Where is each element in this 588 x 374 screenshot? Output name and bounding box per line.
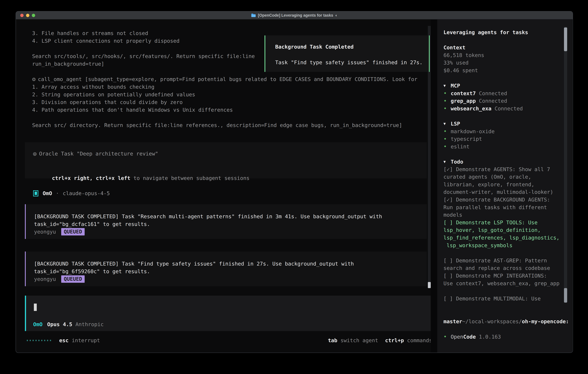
mcp-name: websearch_exa xyxy=(451,105,492,112)
agent-model: claude-opus-4-5 xyxy=(63,190,110,196)
bullet-icon: • xyxy=(443,333,451,340)
tab-key-hint: tab xyxy=(328,337,337,343)
terminal-line: 1. Array access without bounds checking xyxy=(32,83,417,91)
todo-line-active: lsp_hover, lsp_goto_definition, xyxy=(443,226,572,234)
context-used: 33% used xyxy=(443,59,572,67)
status-bar: esc interrupt tab switch agent ctrl+p co… xyxy=(27,337,432,344)
workspace-path: ~/local-workspaces/oh-my-opencode: xyxy=(443,310,572,318)
ctrlp-key-label: commands xyxy=(407,337,432,343)
window-title-group: [OpenCode] Leveraging agents for tasks ◐ xyxy=(251,13,338,18)
mcp-heading: MCP xyxy=(451,83,460,89)
lsp-section-header[interactable]: ▼ LSP xyxy=(443,120,572,128)
task-line: task_id="bg_6f59260c" to get results. xyxy=(34,268,354,275)
lsp-item: • eslint xyxy=(443,143,572,150)
status-badge: QUEUED xyxy=(61,275,85,283)
terminal-window: [OpenCode] Leveraging agents for tasks ◐… xyxy=(16,11,573,353)
esc-key-hint: esc xyxy=(59,337,69,343)
context-heading: Context xyxy=(443,44,572,52)
zoom-button[interactable] xyxy=(32,14,35,17)
todo-line-active: [ ] Demonstrate LSP TOOLS: Use xyxy=(443,219,572,227)
ctrlp-key-hint: ctrl+p xyxy=(385,337,404,343)
app-version-number: 1.0.163 xyxy=(479,334,501,340)
folder-icon xyxy=(251,13,256,17)
task-user: yeongyu xyxy=(34,275,56,283)
app-name-bold: Code xyxy=(463,334,476,340)
status-badge: QUEUED xyxy=(61,228,85,235)
notification-body: Task "Find type safety issues" finished … xyxy=(275,59,423,66)
mcp-status: Connected xyxy=(479,98,507,104)
agent-header: OmO · claude-opus-4-5 xyxy=(33,189,110,197)
mcp-name: context7 xyxy=(451,90,476,96)
main-scrollbar-thumb[interactable] xyxy=(428,282,431,288)
lsp-name: eslint xyxy=(451,144,470,150)
close-button[interactable] xyxy=(20,14,24,17)
input-provider-name: Anthropic xyxy=(75,321,104,327)
bullet-icon: • xyxy=(443,105,451,112)
bullet-icon: • xyxy=(443,143,451,150)
prompt-input[interactable]: OmO Opus 4.5 Anthropic xyxy=(25,296,433,331)
text-cursor xyxy=(34,303,37,311)
oracle-hint-keys: ctrl+x right, ctrl+x left xyxy=(52,175,130,181)
oracle-task-box: ◎ Oracle Task "Deep architecture review"… xyxy=(25,142,427,178)
todo-line: Run parallel tasks with different xyxy=(443,204,572,211)
separator-dot: · xyxy=(56,190,59,196)
context-spent: $0.46 spent xyxy=(443,67,572,74)
mcp-name: grep_app xyxy=(451,98,476,104)
pane-divider xyxy=(431,20,437,353)
terminal-line: 2. String operations on potentially unde… xyxy=(32,91,417,98)
chevron-down-icon: ▼ xyxy=(443,122,451,126)
todo-scrollbar-thumb[interactable] xyxy=(564,288,567,302)
lsp-heading: LSP xyxy=(451,121,460,127)
mcp-item: • grep_app Connected xyxy=(443,97,572,105)
lsp-item: • markdown-oxide xyxy=(443,128,572,135)
oracle-hint-text: to navigate between subagent sessions xyxy=(130,175,250,181)
tab-key-label: switch agent xyxy=(340,337,378,343)
app-name-prefix: Open xyxy=(451,334,463,340)
tool-call-text: call_omo_agent [subagent_type=explore, p… xyxy=(38,75,417,83)
mcp-status: Connected xyxy=(479,90,507,96)
terminal-line: Search src/ directory. Return specific f… xyxy=(32,121,417,129)
traffic-lights xyxy=(20,11,35,19)
terminal-line: 4. Path operations that don't handle Win… xyxy=(32,106,417,114)
todo-section-header[interactable]: ▼ Todo xyxy=(443,158,572,166)
input-model-name: Opus 4.5 xyxy=(47,321,72,327)
sidebar-scrollbar-track[interactable] xyxy=(564,27,567,303)
terminal-line xyxy=(32,114,417,121)
chevron-down-icon: ▼ xyxy=(443,159,451,164)
task-line: task_id="bg_dcfac161" to get results. xyxy=(34,220,382,228)
task-line: [BACKGROUND TASK COMPLETED] Task "Resear… xyxy=(34,213,382,220)
window-title: [OpenCode] Leveraging agents for tasks xyxy=(258,13,333,18)
session-sidebar: Leveraging agents for tasks Context 66,5… xyxy=(437,20,572,353)
sidebar-scrollbar-thumb[interactable] xyxy=(564,28,567,51)
bullet-icon: • xyxy=(443,98,451,104)
mcp-status: Connected xyxy=(494,105,523,112)
session-title: Leveraging agents for tasks xyxy=(443,29,572,36)
todo-heading: Todo xyxy=(451,159,463,165)
agent-icon xyxy=(33,190,38,197)
bullet-icon: • xyxy=(443,128,451,135)
notification-title: Background Task Completed xyxy=(275,43,354,51)
task-user: yeongyu xyxy=(34,228,56,236)
session-state-icon: ◐ xyxy=(335,13,337,18)
mcp-item: • websearch_exa Connected xyxy=(443,105,572,112)
agent-name: OmO xyxy=(43,190,52,196)
esc-key-label: interrupt xyxy=(72,337,100,343)
activity-spinner-dots xyxy=(27,340,51,341)
context-tokens: 66,518 tokens xyxy=(443,52,572,59)
chevron-down-icon: ▼ xyxy=(443,83,451,88)
oracle-icon: ◎ xyxy=(33,150,36,157)
todo-line: [ ] Demonstrate MULTIMODAL: Use xyxy=(443,295,572,302)
minimize-button[interactable] xyxy=(26,14,29,17)
bullet-icon: • xyxy=(443,136,451,142)
lsp-name: markdown-oxide xyxy=(451,128,494,134)
terminal-line: 3. Division operations that could divide… xyxy=(32,98,417,106)
workspace-path-prefix: ~/local-workspaces/ xyxy=(462,319,522,324)
background-task-notification: Background Task Completed Task "Find typ… xyxy=(264,35,430,72)
workspace-repo: oh-my-opencode: xyxy=(522,319,569,324)
mcp-section-header[interactable]: ▼ MCP xyxy=(443,82,572,90)
todo-line: librarian, explore, frontend, xyxy=(443,181,572,188)
app-version: • OpenCode 1.0.163 xyxy=(443,333,572,341)
todo-line: curated agents (OmO, oracle, xyxy=(443,173,572,181)
mcp-item: • context7 Connected xyxy=(443,90,572,97)
titlebar[interactable]: [OpenCode] Leveraging agents for tasks ◐ xyxy=(16,11,573,20)
